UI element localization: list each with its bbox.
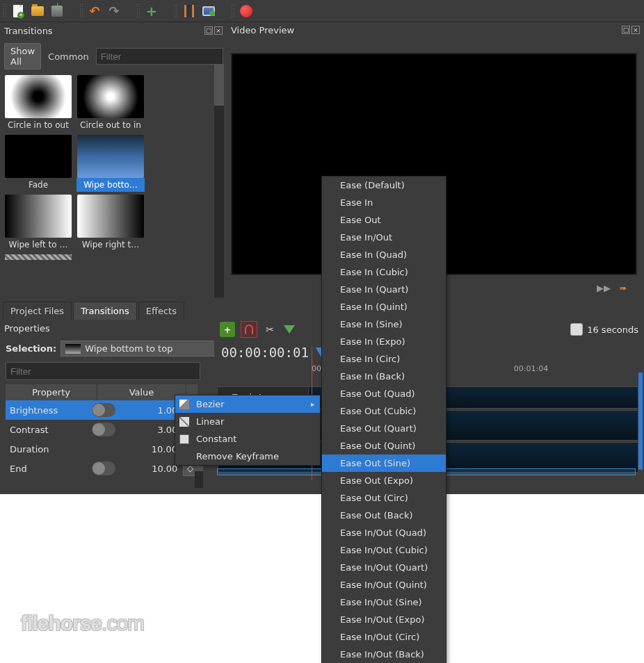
transition-item[interactable]: Wipe botto… xyxy=(77,135,145,192)
menu-item-easing[interactable]: Ease Out xyxy=(322,211,446,229)
transition-item[interactable]: Fade xyxy=(4,135,72,192)
menu-item-easing[interactable]: Ease In (Back) xyxy=(322,368,446,385)
property-value: 3.00 xyxy=(118,425,184,435)
menu-item-easing[interactable]: Ease In/Out (Cubic) xyxy=(322,541,446,559)
menu-item-easing[interactable]: Ease (Default) xyxy=(322,177,446,194)
save-project-button[interactable]: ↓ xyxy=(49,3,65,19)
menu-item-easing[interactable]: Ease Out (Quint) xyxy=(322,437,446,455)
add-marker-button[interactable] xyxy=(282,322,296,336)
export-button[interactable] xyxy=(238,3,255,19)
menu-item-easing[interactable]: Ease In (Quint) xyxy=(322,298,446,316)
menu-item-easing[interactable]: Ease In (Cubic) xyxy=(322,263,446,281)
fast-forward-button[interactable]: ▶▶ xyxy=(597,281,611,295)
transition-thumbnail xyxy=(5,135,72,178)
tab-project-files[interactable]: Project Files xyxy=(3,302,72,320)
common-button[interactable]: Common xyxy=(45,49,92,64)
column-property[interactable]: Property xyxy=(6,384,97,400)
menu-item-easing[interactable]: Ease Out (Back) xyxy=(322,507,446,524)
menu-item-easing[interactable]: Ease In (Expo) xyxy=(322,333,446,350)
redo-button[interactable]: ↷ xyxy=(106,3,122,19)
property-row[interactable]: Duration 10.00 ◇ xyxy=(6,439,198,459)
transition-label: Circle out to in xyxy=(77,118,145,132)
transition-item[interactable]: Circle in to out xyxy=(4,75,72,132)
menu-item-easing[interactable]: Ease In/Out xyxy=(322,229,446,246)
menu-item-easing[interactable]: Ease In (Quad) xyxy=(322,246,446,263)
transition-item[interactable]: Wipe right t… xyxy=(77,195,145,252)
menu-item-easing[interactable]: Ease Out (Expo) xyxy=(322,472,446,489)
fullscreen-button[interactable] xyxy=(200,3,217,19)
property-slider[interactable] xyxy=(92,461,115,475)
property-value: 1.00 xyxy=(118,405,184,416)
preview-title: Video Preview xyxy=(231,25,294,35)
menu-item-easing[interactable]: Ease In xyxy=(322,194,446,211)
razor-button[interactable]: ✂ xyxy=(263,322,277,336)
transition-label: Circle in to out xyxy=(4,118,72,132)
show-all-button[interactable]: Show All xyxy=(4,43,41,69)
undo-button[interactable]: ↶ xyxy=(86,3,103,19)
menu-item-easing[interactable]: Ease In (Sine) xyxy=(322,316,446,333)
snap-button[interactable] xyxy=(241,321,257,338)
transitions-scrollbar[interactable] xyxy=(214,64,224,297)
menu-item-constant[interactable]: Constant xyxy=(175,430,320,448)
menu-item-easing[interactable]: Ease Out (Quad) xyxy=(322,385,446,402)
new-project-button[interactable]: + xyxy=(10,3,26,19)
toolbar-grip[interactable] xyxy=(136,3,140,19)
transition-thumbnail xyxy=(77,75,144,118)
menu-item-linear[interactable]: Linear xyxy=(175,413,320,430)
transition-item[interactable]: Wipe left to … xyxy=(4,195,72,252)
jump-end-button[interactable]: ➠ xyxy=(616,281,630,295)
transition-item[interactable]: Circle out to in xyxy=(77,75,145,132)
property-row[interactable]: Contrast 3.00 ◇ xyxy=(6,420,198,439)
add-track-button[interactable]: + xyxy=(220,322,235,337)
menu-item-bezier[interactable]: Bezier ▸ xyxy=(175,395,320,413)
transition-label: Fade xyxy=(4,178,72,192)
zoom-control-icon[interactable] xyxy=(570,323,583,336)
transition-item[interactable] xyxy=(4,254,72,260)
transitions-panel-header: Transitions □ × xyxy=(0,22,227,39)
property-row[interactable]: End 10.00 ◇ xyxy=(6,459,198,478)
transition-thumbnail xyxy=(77,135,144,178)
properties-title: Properties xyxy=(4,323,50,334)
property-name: Duration xyxy=(6,444,93,455)
toolbar-grip[interactable] xyxy=(231,3,235,19)
profile-button[interactable] xyxy=(181,3,198,19)
menu-item-easing[interactable]: Ease In (Circ) xyxy=(322,350,446,368)
toolbar-grip[interactable] xyxy=(79,3,83,19)
menu-item-easing[interactable]: Ease Out (Cubic) xyxy=(322,402,446,420)
property-row[interactable]: Brightness 1.00 ◆ xyxy=(6,400,198,420)
timecode[interactable]: 00:00:00:01 xyxy=(221,345,309,360)
menu-item-easing[interactable]: Ease In/Out (Back) xyxy=(322,646,446,663)
timeline-scrollbar-v[interactable] xyxy=(638,373,643,470)
menu-item-easing[interactable]: Ease In/Out (Quad) xyxy=(322,524,446,541)
menu-item-easing[interactable]: Ease Out (Circ) xyxy=(322,489,446,507)
property-slider[interactable] xyxy=(92,403,115,417)
panel-close-icon[interactable]: × xyxy=(631,26,640,34)
menu-item-easing[interactable]: Ease In (Quart) xyxy=(322,281,446,298)
column-value[interactable]: Value xyxy=(97,384,186,400)
selection-value: Wipe bottom to top xyxy=(85,343,172,354)
property-value: 10.00 xyxy=(118,464,184,474)
transition-label: Wipe right t… xyxy=(77,238,145,252)
transitions-filter-input[interactable] xyxy=(96,48,223,65)
tab-effects[interactable]: Effects xyxy=(138,302,184,320)
open-project-button[interactable] xyxy=(29,3,46,19)
menu-item-easing[interactable]: Ease Out (Sine) xyxy=(322,455,446,472)
menu-item-easing[interactable]: Ease In/Out (Circ) xyxy=(322,628,446,646)
panel-restore-icon[interactable]: □ xyxy=(204,26,213,35)
menu-item-easing[interactable]: Ease In/Out (Expo) xyxy=(322,611,446,628)
properties-filter-input[interactable] xyxy=(6,362,200,380)
import-button[interactable]: + xyxy=(143,3,160,19)
panel-close-icon[interactable]: × xyxy=(214,26,223,35)
tab-transitions[interactable]: Transitions xyxy=(73,302,137,320)
menu-item-easing[interactable]: Ease In/Out (Quint) xyxy=(322,576,446,594)
toolbar-grip[interactable] xyxy=(3,3,7,19)
menu-item-remove-keyframe[interactable]: Remove Keyframe xyxy=(175,448,320,465)
property-slider[interactable] xyxy=(92,423,115,436)
linear-icon xyxy=(179,417,189,427)
menu-item-easing[interactable]: Ease In/Out (Sine) xyxy=(322,594,446,611)
panel-restore-icon[interactable]: □ xyxy=(622,26,630,34)
transition-label: Wipe botto… xyxy=(77,178,145,192)
menu-item-easing[interactable]: Ease In/Out (Quart) xyxy=(322,559,446,576)
menu-item-easing[interactable]: Ease Out (Quart) xyxy=(322,420,446,437)
toolbar-grip[interactable] xyxy=(174,3,178,19)
